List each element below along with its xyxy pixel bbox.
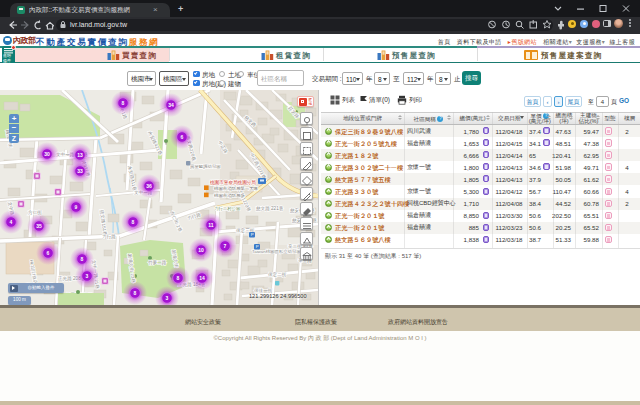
svg-text:8: 8 [177, 275, 180, 281]
svg-text:4: 4 [10, 219, 13, 225]
svg-text:8: 8 [134, 290, 137, 296]
svg-text:7: 7 [224, 243, 227, 249]
svg-text:10: 10 [198, 247, 204, 253]
svg-text:3: 3 [166, 295, 169, 301]
svg-text:11: 11 [208, 222, 214, 228]
svg-text:14: 14 [199, 275, 205, 281]
svg-text:桃園市消防局: 桃園市消防局 [213, 193, 241, 198]
svg-text:桃園市警察局桃園分局: 桃園市警察局桃園分局 [209, 179, 256, 186]
svg-text:6: 6 [181, 134, 184, 140]
svg-text:8: 8 [81, 256, 84, 262]
svg-text:慈文路 221巷: 慈文路 221巷 [255, 206, 284, 211]
svg-text:3: 3 [86, 273, 89, 279]
svg-text:33: 33 [77, 168, 83, 174]
svg-text:30: 30 [44, 151, 50, 157]
svg-text:36: 36 [146, 183, 152, 189]
svg-text:竹夢二路: 竹夢二路 [148, 260, 167, 265]
svg-text:桃園市消防局第一大隊: 桃園市消防局第一大隊 [213, 186, 259, 191]
svg-text:力行路: 力行路 [102, 234, 116, 239]
svg-text:35: 35 [36, 223, 42, 229]
svg-text:Taiwan桃園區私立幼兒園: Taiwan桃園區私立幼兒園 [252, 249, 301, 254]
svg-text:6: 6 [47, 250, 50, 256]
svg-text:P: P [256, 244, 259, 249]
svg-text:13: 13 [77, 152, 83, 158]
svg-text:P: P [251, 232, 254, 237]
svg-text:8: 8 [132, 219, 135, 225]
svg-text:8: 8 [122, 100, 125, 106]
svg-text:9: 9 [75, 204, 78, 210]
svg-text:34: 34 [168, 102, 174, 108]
